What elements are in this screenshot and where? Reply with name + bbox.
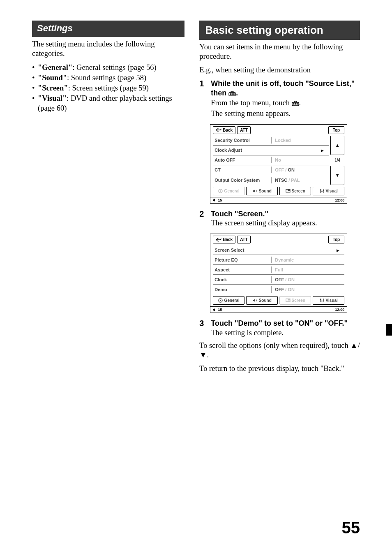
basic-intro2: E.g., when setting the demonstration xyxy=(199,65,360,75)
row-value-active: ON xyxy=(288,167,295,172)
svg-rect-3 xyxy=(233,93,235,95)
step-text-line: From the top menu, touch . xyxy=(211,98,360,109)
step-body: While the unit is off, touch "Source Lis… xyxy=(211,79,360,118)
svg-point-16 xyxy=(220,300,221,301)
tab-visual[interactable]: Visual xyxy=(313,187,344,195)
scroll-up-button[interactable] xyxy=(330,136,344,155)
speaker-icon xyxy=(253,298,257,303)
row-value-dim: / ON xyxy=(284,287,295,292)
list-item: "Sound": Sound settings (page 58) xyxy=(32,73,184,83)
setting-row-picture-eq[interactable]: Picture EQ Dynamic xyxy=(213,255,344,265)
row-value: No xyxy=(275,158,281,162)
basic-heading: Basic setting operation xyxy=(199,21,360,40)
svg-rect-7 xyxy=(296,104,297,105)
svg-rect-6 xyxy=(295,104,296,105)
tab-visual[interactable]: Visual xyxy=(313,296,344,305)
tab-label: General xyxy=(224,189,240,193)
back-arrow-icon xyxy=(216,128,221,132)
row-value: NTSC / PAL xyxy=(275,178,300,183)
tab-general[interactable]: General xyxy=(213,296,244,305)
back-label: Back xyxy=(223,237,233,242)
row-label: Screen Select xyxy=(214,248,271,253)
row-value: OFF / ON xyxy=(275,167,295,172)
sliders-icon xyxy=(320,298,324,303)
top-button[interactable]: Top xyxy=(328,236,345,243)
page: Settings The setting menu includes the f… xyxy=(0,0,392,556)
att-button[interactable]: ATT xyxy=(237,126,251,134)
setting-row-output-color-system[interactable]: Output Color System NTSC / PAL xyxy=(213,175,329,185)
step-heading: While the unit is off, touch "Source Lis… xyxy=(211,79,360,98)
row-value: OFF / ON xyxy=(275,277,295,282)
tab-label: Sound xyxy=(259,298,272,303)
list-item: "General": General settings (page 56) xyxy=(32,63,184,72)
separator xyxy=(271,137,272,144)
row-label: Clock Adjust xyxy=(214,148,271,153)
list-item: "Visual": DVD and other playback setting… xyxy=(32,93,184,113)
scroll-down-button[interactable] xyxy=(330,166,344,185)
step-text-line: The setting is complete. xyxy=(211,328,360,338)
screenshot-footer: 15 12:00 xyxy=(210,306,347,313)
general-settings-screenshot: Back ATT Top Security Control Locked xyxy=(210,124,347,204)
setting-row-demo[interactable]: Demo OFF / ON xyxy=(213,285,344,294)
tab-label: General xyxy=(224,298,240,303)
enter-arrow-icon xyxy=(332,248,343,253)
svg-rect-5 xyxy=(293,104,294,105)
row-label: Auto OFF xyxy=(214,158,271,162)
row-value-dim: / ON xyxy=(284,277,295,282)
row-label: Picture EQ xyxy=(214,257,271,262)
att-button[interactable]: ATT xyxy=(237,236,251,243)
separator xyxy=(271,276,272,283)
back-button[interactable]: Back xyxy=(213,236,235,243)
scroll-note: To scroll the options (only when require… xyxy=(199,341,360,360)
svg-rect-1 xyxy=(230,93,231,95)
row-value: Full xyxy=(275,267,283,272)
svg-point-20 xyxy=(321,301,323,302)
row-label: Security Control xyxy=(214,138,271,143)
svg-rect-11 xyxy=(288,189,290,191)
row-value: Locked xyxy=(275,138,291,143)
step-number: 2 xyxy=(199,209,207,228)
step-3: 3 Touch "Demo" to set to "ON" or "OFF." … xyxy=(199,319,360,338)
screen-settings-screenshot: Back ATT Top Screen Select Picture EQ xyxy=(210,234,347,313)
setting-row-aspect[interactable]: Aspect Full xyxy=(213,265,344,275)
setting-row-clock[interactable]: Clock OFF / ON xyxy=(213,275,344,285)
setting-row-ct[interactable]: CT OFF / ON xyxy=(213,165,329,175)
svg-point-14 xyxy=(323,190,324,191)
top-button[interactable]: Top xyxy=(328,126,345,134)
clock-value: 12:00 xyxy=(335,308,344,312)
step-text-line: The screen setting display appears. xyxy=(211,218,360,228)
row-value-active: OFF xyxy=(275,287,284,292)
setting-row-auto-off[interactable]: Auto OFF No xyxy=(213,155,329,165)
list-item: "Screen": Screen settings (page 59) xyxy=(32,83,184,93)
step-head-tail: . xyxy=(236,89,238,97)
tab-sound[interactable]: Sound xyxy=(246,296,278,305)
row-label: CT xyxy=(214,167,271,172)
tab-sound[interactable]: Sound xyxy=(246,187,278,195)
tab-screen[interactable]: Screen xyxy=(279,296,311,305)
setting-row-security-control[interactable]: Security Control Locked xyxy=(213,136,329,146)
sliders-icon xyxy=(320,189,324,193)
step-2: 2 Touch "Screen." The screen setting dis… xyxy=(199,209,360,228)
bullet-bold: "Sound" xyxy=(38,74,67,82)
setting-row-clock-adjust[interactable]: Clock Adjust xyxy=(213,146,329,155)
bullet-rest: : Screen settings (page 59) xyxy=(68,84,149,92)
screenshot-footer: 15 12:00 xyxy=(210,197,347,203)
svg-point-12 xyxy=(320,189,321,190)
speaker-icon xyxy=(253,189,257,193)
tab-general[interactable]: General xyxy=(213,187,244,195)
screenshot-topbar: Back ATT Top xyxy=(210,125,347,136)
bullet-bold: "Visual" xyxy=(38,94,67,102)
setting-row-screen-select[interactable]: Screen Select xyxy=(213,245,344,255)
screenshot-body: Security Control Locked Clock Adjust Aut… xyxy=(210,136,347,187)
tab-label: Screen xyxy=(292,189,305,193)
step-body: Touch "Screen." The screen setting displ… xyxy=(211,209,360,228)
step-1: 1 While the unit is off, touch "Source L… xyxy=(199,79,360,118)
row-value-dim: / PAL xyxy=(287,178,300,183)
thumb-index-tab xyxy=(386,324,392,336)
row-value: Dynamic xyxy=(275,257,294,262)
tab-screen[interactable]: Screen xyxy=(279,187,311,195)
toolbox-icon xyxy=(228,89,236,99)
row-value-active: NTSC xyxy=(275,178,287,183)
back-button[interactable]: Back xyxy=(213,126,235,134)
screenshot-topbar: Back ATT Top xyxy=(210,234,347,245)
